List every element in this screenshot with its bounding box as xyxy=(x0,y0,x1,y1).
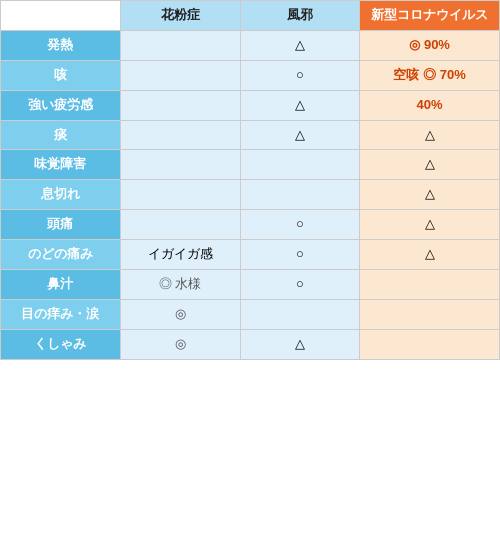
cell-kaze xyxy=(240,299,360,329)
row-label: 味覚障害 xyxy=(1,150,121,180)
header-kafun: 花粉症 xyxy=(120,1,240,31)
cell-kafun: ◎ 水様 xyxy=(120,270,240,300)
row-label: 鼻汁 xyxy=(1,270,121,300)
cell-kafun xyxy=(120,90,240,120)
cell-kaze: ○ xyxy=(240,210,360,240)
header-kaze: 風邪 xyxy=(240,1,360,31)
cell-corona xyxy=(360,270,500,300)
cell-kafun: ◎ xyxy=(120,329,240,359)
cell-kafun xyxy=(120,60,240,90)
cell-corona: △ xyxy=(360,240,500,270)
cell-kafun xyxy=(120,30,240,60)
cell-kafun: ◎ xyxy=(120,299,240,329)
header-corona: 新型コロナウイルス xyxy=(360,1,500,31)
cell-corona: △ xyxy=(360,210,500,240)
row-label: 頭痛 xyxy=(1,210,121,240)
cell-kaze: ○ xyxy=(240,270,360,300)
cell-kafun: イガイガ感 xyxy=(120,240,240,270)
row-label: 痰 xyxy=(1,120,121,150)
header-empty-cell xyxy=(1,1,121,31)
cell-kaze: △ xyxy=(240,120,360,150)
row-label: 強い疲労感 xyxy=(1,90,121,120)
row-label: くしゃみ xyxy=(1,329,121,359)
cell-corona: △ xyxy=(360,120,500,150)
cell-corona xyxy=(360,329,500,359)
cell-corona: △ xyxy=(360,150,500,180)
cell-kaze: △ xyxy=(240,90,360,120)
row-label: 目の痒み・涙 xyxy=(1,299,121,329)
cell-kaze: ○ xyxy=(240,60,360,90)
cell-corona: △ xyxy=(360,180,500,210)
cell-corona: 空咳 ◎ 70% xyxy=(360,60,500,90)
row-label: 息切れ xyxy=(1,180,121,210)
cell-kafun xyxy=(120,210,240,240)
row-label: のどの痛み xyxy=(1,240,121,270)
cell-corona xyxy=(360,299,500,329)
cell-kafun xyxy=(120,120,240,150)
cell-kaze: △ xyxy=(240,329,360,359)
cell-kafun xyxy=(120,150,240,180)
cell-kafun xyxy=(120,180,240,210)
cell-kaze: △ xyxy=(240,30,360,60)
row-label: 咳 xyxy=(1,60,121,90)
cell-kaze: ○ xyxy=(240,240,360,270)
row-label: 発熱 xyxy=(1,30,121,60)
cell-corona: 40% xyxy=(360,90,500,120)
cell-corona: ◎ 90% xyxy=(360,30,500,60)
cell-kaze xyxy=(240,180,360,210)
cell-kaze xyxy=(240,150,360,180)
